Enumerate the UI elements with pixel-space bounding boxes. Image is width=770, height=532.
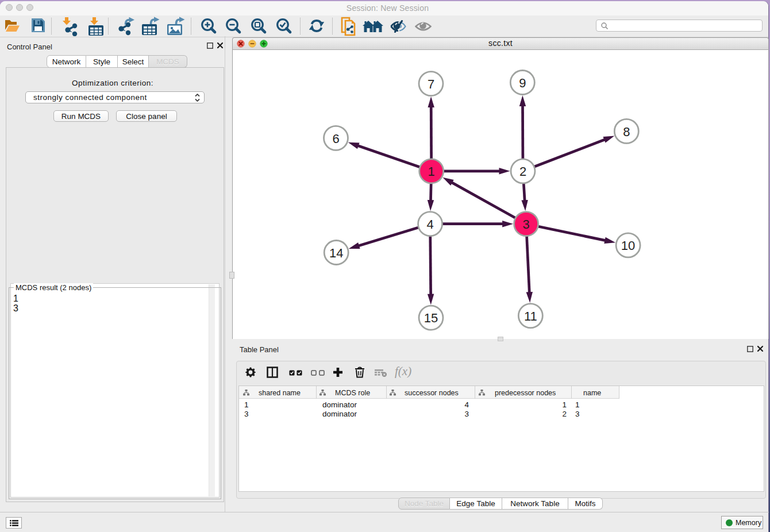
svg-text:15: 15	[424, 311, 438, 325]
svg-text:7: 7	[428, 77, 434, 91]
svg-text:2: 2	[519, 164, 526, 179]
svg-text:9: 9	[519, 76, 526, 90]
svg-text:10: 10	[621, 238, 635, 253]
svg-text:14: 14	[329, 246, 343, 260]
svg-text:6: 6	[332, 132, 339, 146]
svg-text:11: 11	[524, 309, 537, 323]
svg-text:1: 1	[428, 164, 435, 179]
svg-text:8: 8	[623, 125, 630, 139]
svg-text:3: 3	[522, 217, 529, 232]
svg-text:4: 4	[426, 217, 433, 232]
